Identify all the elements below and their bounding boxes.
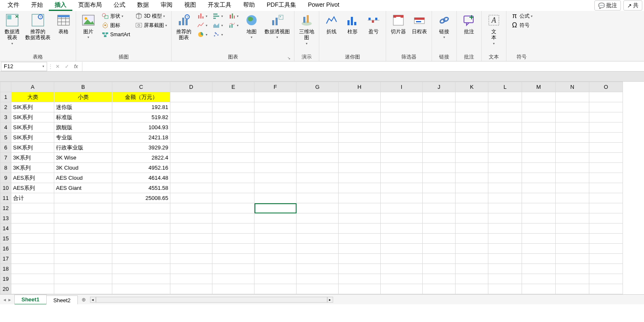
cell-C16[interactable]	[112, 244, 170, 254]
cell-I7[interactable]	[381, 153, 423, 163]
comments-button[interactable]: 💬 批注	[594, 0, 621, 11]
cell-O16[interactable]	[589, 244, 623, 254]
pivot-table-button[interactable]: 数据透 视表 ▾	[3, 12, 22, 46]
cell-J18[interactable]	[423, 264, 456, 274]
cell-K11[interactable]	[456, 193, 488, 203]
cell-N8[interactable]	[556, 163, 589, 173]
row-header-14[interactable]: 14	[0, 224, 11, 234]
cell-E9[interactable]	[212, 173, 254, 183]
menu-页面布局[interactable]: 页面布局	[72, 0, 108, 11]
cell-M11[interactable]	[522, 193, 556, 203]
cell-L5[interactable]	[488, 133, 522, 143]
cell-L15[interactable]	[488, 234, 522, 244]
cell-O13[interactable]	[589, 213, 623, 224]
cell-G11[interactable]	[297, 193, 339, 203]
cell-O11[interactable]	[589, 193, 623, 203]
cell-B5[interactable]: 专业版	[54, 133, 112, 143]
cell-L8[interactable]	[488, 163, 522, 173]
cell-C20[interactable]	[112, 284, 170, 294]
cell-E7[interactable]	[212, 153, 254, 163]
column-header-E[interactable]: E	[212, 82, 254, 92]
column-header-L[interactable]: L	[488, 82, 522, 92]
cell-M13[interactable]	[522, 213, 556, 224]
scroll-track[interactable]	[96, 297, 327, 303]
select-all-corner[interactable]	[0, 82, 11, 92]
table-button[interactable]: 表格	[54, 12, 73, 35]
cell-G10[interactable]	[297, 183, 339, 193]
cell-C1[interactable]: 金额（万元）	[112, 92, 170, 102]
cell-F3[interactable]	[254, 112, 297, 122]
cell-B7[interactable]: 3K Wise	[54, 153, 112, 163]
cell-E5[interactable]	[212, 133, 254, 143]
cell-A1[interactable]: 大类	[11, 92, 54, 102]
cell-B12[interactable]	[54, 203, 112, 213]
cell-B15[interactable]	[54, 234, 112, 244]
cell-B11[interactable]	[54, 193, 112, 203]
cell-B4[interactable]: 旗舰版	[54, 122, 112, 133]
cell-A6[interactable]: SIK系列	[11, 143, 54, 153]
cell-F13[interactable]	[254, 213, 297, 224]
cell-M20[interactable]	[522, 284, 556, 294]
cell-E1[interactable]	[212, 92, 254, 102]
cell-C6[interactable]: 3929.29	[112, 143, 170, 153]
cell-J10[interactable]	[423, 183, 456, 193]
cell-D6[interactable]	[170, 143, 212, 153]
bar-chart-button[interactable]: ▾	[211, 12, 225, 20]
cell-J3[interactable]	[423, 112, 456, 122]
horizontal-scrollbar[interactable]: ◂ ▸	[90, 297, 644, 303]
cell-E11[interactable]	[212, 193, 254, 203]
cell-F14[interactable]	[254, 224, 297, 234]
cell-K10[interactable]	[456, 183, 488, 193]
row-header-11[interactable]: 11	[0, 193, 11, 203]
cell-I5[interactable]	[381, 133, 423, 143]
cell-K2[interactable]	[456, 102, 488, 112]
cell-D5[interactable]	[170, 133, 212, 143]
cell-H14[interactable]	[339, 224, 381, 234]
cell-L1[interactable]	[488, 92, 522, 102]
cell-H6[interactable]	[339, 143, 381, 153]
cell-B16[interactable]	[54, 244, 112, 254]
cell-D12[interactable]	[170, 203, 212, 213]
cell-E8[interactable]	[212, 163, 254, 173]
row-header-4[interactable]: 4	[0, 122, 11, 133]
cell-J9[interactable]	[423, 173, 456, 183]
cell-G19[interactable]	[297, 274, 339, 284]
fx-icon[interactable]: fx	[74, 64, 78, 69]
cell-B14[interactable]	[54, 224, 112, 234]
cell-H18[interactable]	[339, 264, 381, 274]
menu-文件[interactable]: 文件	[2, 0, 25, 11]
cell-C2[interactable]: 192.81	[112, 102, 170, 112]
dialog-launcher-icon[interactable]: ↘	[287, 56, 291, 60]
cell-N18[interactable]	[556, 264, 589, 274]
cell-K1[interactable]	[456, 92, 488, 102]
text-button[interactable]: A 文 本 ▾	[484, 12, 504, 46]
3d-map-button[interactable]: 三维地 图 ▾	[297, 12, 316, 46]
spreadsheet-grid[interactable]: ABCDEFGHIJKLMNO1大类小类金额（万元）2SIK系列迷你版192.8…	[0, 82, 644, 294]
cell-G7[interactable]	[297, 153, 339, 163]
cell-I14[interactable]	[381, 224, 423, 234]
cell-D15[interactable]	[170, 234, 212, 244]
cell-A4[interactable]: SIK系列	[11, 122, 54, 133]
recommended-pivot-button[interactable]: ? 推荐的 数据透视表	[24, 12, 52, 42]
screenshot-button[interactable]: 屏幕截图 ▾	[133, 21, 169, 29]
cell-O17[interactable]	[589, 254, 623, 264]
cell-F1[interactable]	[254, 92, 297, 102]
cell-O18[interactable]	[589, 264, 623, 274]
cell-I4[interactable]	[381, 122, 423, 133]
cell-I2[interactable]	[381, 102, 423, 112]
row-header-19[interactable]: 19	[0, 274, 11, 284]
cell-C13[interactable]	[112, 213, 170, 224]
cell-O20[interactable]	[589, 284, 623, 294]
cell-L14[interactable]	[488, 224, 522, 234]
cell-K7[interactable]	[456, 153, 488, 163]
cell-G18[interactable]	[297, 264, 339, 274]
cell-I13[interactable]	[381, 213, 423, 224]
cell-M16[interactable]	[522, 244, 556, 254]
cell-J16[interactable]	[423, 244, 456, 254]
cell-L7[interactable]	[488, 153, 522, 163]
cell-M6[interactable]	[522, 143, 556, 153]
cell-H12[interactable]	[339, 203, 381, 213]
cell-A19[interactable]	[11, 274, 54, 284]
menu-视图[interactable]: 视图	[178, 0, 202, 11]
cell-O19[interactable]	[589, 274, 623, 284]
